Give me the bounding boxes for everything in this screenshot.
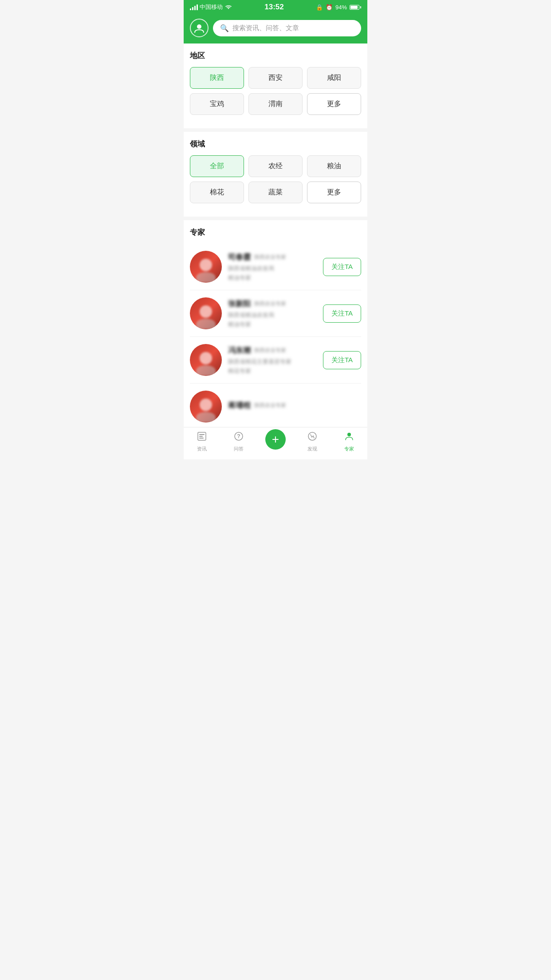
wifi-icon (224, 4, 232, 10)
expert-info-1: 司春霞 陕西农业专家 陕西省粮油农发局 粮油专家 (228, 252, 317, 282)
status-left: 中国移动 (190, 3, 232, 11)
expert-item-4: 蒋璠程 陕西农业专家 (190, 383, 361, 427)
expert-name-1: 司春霞 (228, 252, 251, 262)
region-tag-more[interactable]: 更多 (307, 93, 361, 115)
search-bar[interactable]: 🔍 搜索资讯、问答、文章 (213, 20, 361, 36)
expert-tag-3: 陕西农业专家 (254, 347, 286, 354)
nav-item-news[interactable]: 资讯 (184, 431, 220, 452)
qa-icon: ? (233, 431, 244, 444)
alarm-icon: ⏰ (326, 4, 333, 11)
status-right: 🔒 ⏰ 94% (316, 4, 361, 11)
region-tag-xian[interactable]: 西安 (248, 67, 303, 89)
signal-icon (190, 4, 198, 10)
expert-avatar-4 (190, 391, 222, 423)
expert-tag-4: 陕西农业专家 (254, 402, 286, 409)
expert-tag-2: 陕西农业专家 (254, 300, 286, 308)
expert-specialty-1: 粮油专家 (228, 274, 317, 282)
svg-point-0 (197, 24, 201, 29)
expert-avatar-3 (190, 344, 222, 376)
battery-percent: 94% (335, 4, 347, 11)
expert-name-row-3: 冯东潮 陕西农业专家 (228, 345, 317, 356)
domain-tag-grid: 全部 农经 粮油 棉花 蔬菜 更多 (190, 155, 361, 203)
domain-tag-shucai[interactable]: 蔬菜 (248, 182, 303, 203)
expert-desc-1: 陕西省粮油农发局 (228, 265, 317, 273)
expert-desc-2: 陕西省粮油农发局 (228, 311, 317, 319)
expert-avatar-2 (190, 297, 222, 329)
nav-label-discover: 发现 (307, 446, 317, 452)
expert-name-row-1: 司春霞 陕西农业专家 (228, 252, 317, 262)
region-label: 地区 (190, 51, 361, 61)
header: 🔍 搜索资讯、问答、文章 (184, 14, 367, 43)
region-tag-weinan[interactable]: 渭南 (248, 93, 303, 115)
search-icon: 🔍 (220, 24, 229, 32)
expert-info-2: 张新阳 陕西农业专家 陕西省粮油农发局 粮油专家 (228, 299, 317, 328)
battery-icon (350, 5, 361, 10)
news-icon (197, 431, 207, 444)
discover-icon (307, 431, 318, 444)
nav-label-expert: 专家 (344, 446, 354, 452)
domain-tag-all[interactable]: 全部 (190, 155, 244, 177)
lock-icon: 🔒 (316, 4, 323, 11)
region-tag-shaanxi[interactable]: 陕西 (190, 67, 244, 89)
nav-item-discover[interactable]: 发现 (294, 431, 331, 452)
follow-btn-1[interactable]: 关注TA (323, 258, 361, 276)
nav-item-expert[interactable]: 专家 (331, 431, 367, 452)
add-icon[interactable]: + (265, 429, 286, 450)
region-tag-baoji[interactable]: 宝鸡 (190, 93, 244, 115)
status-bar: 中国移动 13:52 🔒 ⏰ 94% (184, 0, 367, 14)
domain-tag-mianhua[interactable]: 棉花 (190, 182, 244, 203)
expert-avatar-1 (190, 251, 222, 283)
expert-name-2: 张新阳 (228, 299, 251, 309)
expert-specialty-3: 棉花专家 (228, 367, 317, 375)
region-tag-xianyang[interactable]: 咸阳 (307, 67, 361, 89)
expert-tag-1: 陕西农业专家 (254, 253, 286, 261)
expert-info-4: 蒋璠程 陕西农业专家 (228, 400, 361, 413)
svg-rect-4 (199, 438, 204, 439)
search-placeholder: 搜索资讯、问答、文章 (232, 24, 299, 32)
nav-item-qa[interactable]: ? 问答 (220, 431, 257, 452)
follow-btn-3[interactable]: 关注TA (323, 351, 361, 369)
expert-specialty-2: 粮油专家 (228, 320, 317, 328)
carrier-label: 中国移动 (200, 3, 223, 11)
expert-item-2: 张新阳 陕西农业专家 陕西省粮油农发局 粮油专家 关注TA (190, 290, 361, 337)
expert-name-row-2: 张新阳 陕西农业专家 (228, 299, 317, 309)
svg-text:?: ? (237, 433, 240, 439)
svg-rect-3 (199, 436, 203, 437)
expert-name-row-4: 蒋璠程 陕西农业专家 (228, 400, 361, 411)
region-tag-grid: 陕西 西安 咸阳 宝鸡 渭南 更多 (190, 67, 361, 115)
experts-label: 专家 (190, 227, 361, 237)
svg-point-8 (347, 433, 351, 436)
nav-item-add[interactable]: + (257, 434, 294, 450)
expert-name-4: 蒋璠程 (228, 400, 251, 411)
domain-label: 领域 (190, 139, 361, 149)
domain-tag-liangyou[interactable]: 粮油 (307, 155, 361, 177)
expert-desc-3: 陕西省棉花主要基层专家 (228, 358, 317, 366)
domain-filter-section: 领域 全部 农经 粮油 棉花 蔬菜 更多 (184, 132, 367, 217)
status-time: 13:52 (264, 3, 283, 12)
region-filter-section: 地区 陕西 西安 咸阳 宝鸡 渭南 更多 (184, 43, 367, 128)
expert-name-3: 冯东潮 (228, 345, 251, 356)
expert-icon (344, 431, 354, 444)
expert-info-3: 冯东潮 陕西农业专家 陕西省棉花主要基层专家 棉花专家 (228, 345, 317, 375)
follow-btn-2[interactable]: 关注TA (323, 304, 361, 323)
expert-item-3: 冯东潮 陕西农业专家 陕西省棉花主要基层专家 棉花专家 关注TA (190, 337, 361, 383)
bottom-nav: 资讯 ? 问答 + 发现 专家 (184, 427, 367, 459)
experts-section: 专家 司春霞 陕西农业专家 陕西省粮油农发局 粮油专家 关注TA (184, 220, 367, 427)
domain-tag-more[interactable]: 更多 (307, 182, 361, 203)
nav-label-news: 资讯 (197, 446, 207, 452)
nav-label-qa: 问答 (234, 446, 244, 452)
domain-tag-nongji[interactable]: 农经 (248, 155, 303, 177)
expert-item: 司春霞 陕西农业专家 陕西省粮油农发局 粮油专家 关注TA (190, 244, 361, 290)
svg-rect-2 (199, 434, 205, 435)
user-avatar[interactable] (190, 19, 209, 37)
